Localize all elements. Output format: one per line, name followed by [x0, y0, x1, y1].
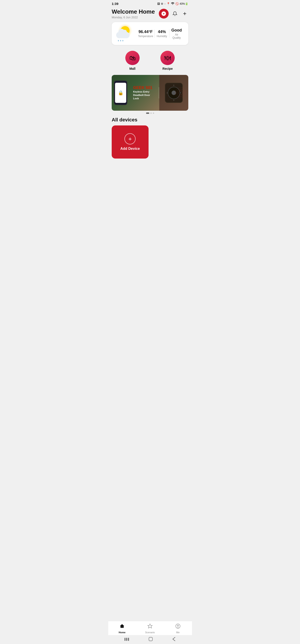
all-devices-section: All devices + Add Device	[108, 115, 192, 158]
banner-text: GEEK 501 Keyless EntryDeadbolt Door Lock	[133, 86, 156, 100]
promo-banner[interactable]: 🔒 GEEK 501 Keyless EntryDeadbolt Door Lo…	[112, 75, 188, 111]
air-quality-label: Air Quality	[171, 33, 183, 39]
dot-2	[150, 112, 152, 114]
banner-brand: GEEK 501	[133, 86, 156, 90]
dot-1	[146, 112, 149, 114]
mall-icon: 🛍	[125, 51, 140, 65]
banner-left: 🔒 GEEK 501 Keyless EntryDeadbolt Door Lo…	[112, 75, 159, 111]
temperature-stat: 96.44°F Temperature	[137, 30, 155, 38]
weather-stats: 96.44°F Temperature 44% Humidity Good Ai…	[137, 28, 184, 39]
location-icon: 📍	[167, 2, 170, 5]
status-icons: 🖼 ⚙ ·· 📍 🚫 40%🔋	[157, 2, 188, 5]
dnd-icon: 🚫	[175, 2, 179, 5]
status-time: 1:39	[112, 2, 118, 6]
mall-action[interactable]: 🛍 Mall	[125, 51, 140, 70]
banner-phone-image: 🔒	[114, 80, 127, 105]
temperature-label: Temperature	[138, 35, 153, 38]
rain-icon	[118, 40, 123, 41]
air-quality-stat: Good Air Quality	[169, 28, 184, 39]
humidity-stat: 44% Humidity	[155, 30, 169, 38]
devices-grid: + Add Device	[108, 126, 192, 158]
status-bar: 1:39 🖼 ⚙ ·· 📍 🚫 40%🔋	[108, 0, 192, 6]
battery-text: 40%🔋	[180, 2, 188, 5]
humidity-value: 44%	[156, 30, 168, 34]
add-device-label: Add Device	[120, 147, 140, 151]
quick-actions: 🛍 Mall 🍽 Recipe	[108, 47, 192, 74]
notification-button[interactable]	[171, 10, 179, 17]
banner-dots	[108, 112, 192, 114]
all-devices-title: All devices	[108, 115, 192, 126]
settings-status-icon: ⚙	[161, 2, 163, 5]
banner-right: 0 5 3 7	[159, 75, 188, 111]
wifi-icon	[171, 2, 174, 5]
weather-card: 96.44°F Temperature 44% Humidity Good Ai…	[112, 22, 188, 45]
weather-icon	[116, 26, 134, 41]
banner-product: Keyless EntryDeadbolt Door Lock	[133, 90, 156, 100]
cloud-icon	[116, 32, 130, 38]
mall-label: Mall	[129, 67, 135, 70]
recipe-icon: 🍽	[160, 51, 175, 65]
add-device-card[interactable]: + Add Device	[112, 126, 149, 158]
support-button[interactable]	[159, 9, 169, 18]
recipe-action[interactable]: 🍽 Recipe	[160, 51, 175, 70]
svg-point-1	[163, 14, 163, 14]
temperature-value: 96.44°F	[138, 30, 153, 34]
dot-3	[153, 112, 154, 114]
add-device-icon: +	[124, 133, 136, 144]
add-button[interactable]	[181, 10, 188, 17]
app-header: Welcome Home Monday, 6 Jun 2022	[108, 6, 192, 20]
recipe-label: Recipe	[162, 67, 173, 70]
header-date: Monday, 6 Jun 2022	[112, 16, 155, 19]
header-actions	[159, 9, 188, 18]
svg-point-2	[164, 14, 165, 14]
humidity-label: Humidity	[156, 35, 168, 38]
page-title: Welcome Home	[112, 8, 155, 15]
dots-icon: ··	[164, 2, 166, 5]
header-title-block: Welcome Home Monday, 6 Jun 2022	[112, 8, 155, 19]
air-quality-value: Good	[171, 28, 183, 33]
photo-icon: 🖼	[157, 2, 160, 5]
